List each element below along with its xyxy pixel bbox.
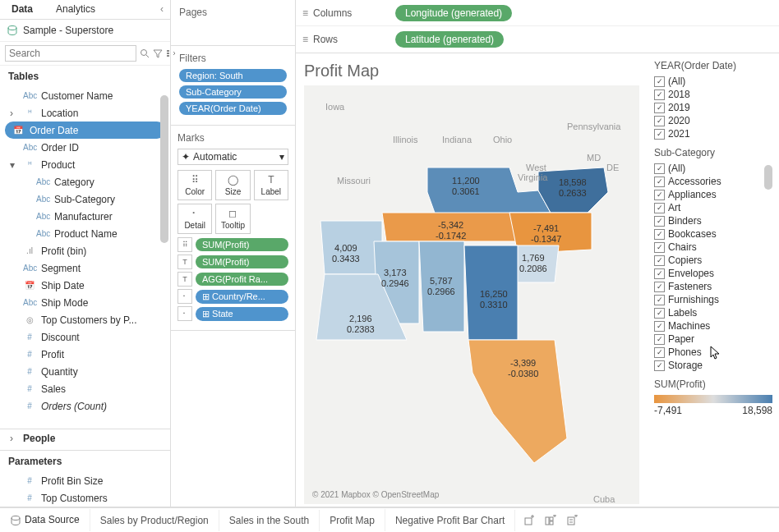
rows-pill[interactable]: Latitude (generated) [395,31,504,48]
subcat-filter-item[interactable]: ✓Binders [654,214,772,227]
mark-label-button[interactable]: TLabel [254,170,288,200]
field-item[interactable]: AbcOrder ID [0,139,170,156]
subcat-filter-item[interactable]: ✓Accessories [654,175,772,188]
year-filter-item[interactable]: ✓(All) [654,75,772,88]
checkbox-icon: ✓ [654,177,665,187]
tab-sheet[interactable]: Negative Profit Bar Chart [385,510,515,531]
mark-tooltip-button[interactable]: ◻Tooltip [215,204,250,234]
new-story-icon[interactable] [565,513,579,528]
tab-datasource[interactable]: Data Source [0,509,90,531]
year-filter-item[interactable]: ✓2018 [654,88,772,101]
datasource-icon [7,25,18,36]
new-worksheet-icon[interactable] [522,513,537,528]
svg-rect-15 [568,517,574,525]
filters-shelf[interactable]: Filters Region: SouthSub-CategoryYEAR(Or… [171,46,295,126]
field-item[interactable]: AbcSub-Category [0,190,170,208]
filter-pill[interactable]: YEAR(Order Date) [179,102,287,115]
search-input[interactable] [5,45,136,62]
field-item[interactable]: 📅Ship Date [0,277,170,294]
field-label: Profit [41,349,64,360]
subcat-filter-item[interactable]: ✓Chairs [654,241,772,254]
map-canvas[interactable]: © 2021 Mapbox © OpenStreetMap IowaIllino… [304,85,639,504]
filter-pill[interactable]: Sub-Category [179,85,287,99]
state-value-label: 1,7690.2086 [519,253,547,274]
field-item[interactable]: #Orders (Count) [0,397,170,415]
checkbox-icon: ✓ [654,229,665,240]
new-dashboard-icon[interactable] [543,513,558,528]
subcat-filter-item[interactable]: ✓Paper [654,332,772,346]
mark-detail-button[interactable]: ⠂Detail [177,204,212,234]
field-item[interactable]: #Profit [0,346,170,363]
subcat-filter-item[interactable]: ✓(All) [654,162,772,175]
year-filter-item[interactable]: ✓2020 [654,114,772,127]
year-filter-item[interactable]: ✓2019 [654,101,772,114]
collapse-icon[interactable]: ‹ [154,0,170,19]
parameter-item[interactable]: #Top Customers [0,489,170,507]
field-item[interactable]: AbcCustomer Name [0,87,170,104]
marks-type-select[interactable]: ✦Automatic ▾ [177,149,288,165]
people-header[interactable]: › People [0,429,170,447]
scrollbar[interactable] [160,95,168,243]
tooltip-icon: ◻ [218,208,247,219]
parameter-item[interactable]: #Profit Bin Size [0,472,170,489]
field-item[interactable]: #Sales [0,380,170,397]
viz-pane: ≡ Columns Longitude (generated) ≡ Rows L… [296,0,779,507]
field-item[interactable]: .ılProfit (bin) [0,242,170,259]
subcat-filter-item[interactable]: ✓Appliances [654,188,772,201]
year-filter-item[interactable]: ✓2021 [654,127,772,140]
mark-pill[interactable]: ⠿SUM(Profit) [177,237,288,252]
field-item[interactable]: AbcSegment [0,259,170,277]
field-tree: AbcCustomer Name›ᴴLocation📅Order DateAbc… [0,87,170,425]
field-item[interactable]: #Quantity [0,363,170,380]
datasource-row[interactable]: Sample - Superstore [0,20,170,42]
subcat-filter-item[interactable]: ✓Fasteners [654,280,772,293]
subcat-filter-card: Sub-Category ✓(All)✓Accessories✓Applianc… [654,147,772,372]
subcat-filter-item[interactable]: ✓Storage [654,359,772,372]
subcat-filter-item[interactable]: ✓Envelopes [654,267,772,280]
filter-icon[interactable] [153,46,163,61]
mark-size-button[interactable]: ◯Size [215,170,250,200]
tab-sheet[interactable]: Sales in the South [219,510,320,531]
mark-color-button[interactable]: ⠿Color [177,170,212,200]
field-item[interactable]: #Discount [0,328,170,346]
mark-pill[interactable]: ⠂⊞ State [177,306,288,321]
rows-shelf[interactable]: ≡ Rows Latitude (generated) [296,26,779,53]
field-item[interactable]: AbcShip Mode [0,294,170,311]
mark-pill[interactable]: TSUM(Profit) [177,255,288,269]
field-label: Order ID [41,142,79,154]
field-item[interactable]: AbcProduct Name [0,225,170,242]
field-label: Ship Mode [41,297,88,309]
subcat-filter-item[interactable]: ✓Furnishings [654,293,772,306]
tab-data[interactable]: Data [0,0,44,19]
state-value-label: 16,2500.3310 [480,289,508,310]
data-pane: Data Analytics ‹ Sample - Superstore Tab… [0,0,171,507]
field-item[interactable]: ▾ᴴProduct [0,156,170,173]
field-item[interactable]: 📅Order Date [5,122,165,139]
field-item[interactable]: AbcManufacturer [0,208,170,225]
tab-analytics[interactable]: Analytics [44,0,107,19]
subcat-filter-item[interactable]: ✓Bookcases [654,227,772,241]
columns-shelf[interactable]: ≡ Columns Longitude (generated) [296,0,779,26]
field-item[interactable]: AbcCategory [0,173,170,190]
scrollbar[interactable] [764,165,772,190]
mark-pill[interactable]: TAGG(Profit Ra... [177,272,288,287]
detail-icon: ⠂ [180,208,210,219]
state-value-label: -7,491-0.1347 [531,223,561,245]
field-item[interactable]: ◎Top Customers by P... [0,311,170,328]
search-icon[interactable] [140,46,150,61]
checkbox-icon: ✓ [654,203,665,213]
columns-pill[interactable]: Longitude (generated) [395,5,512,21]
subcat-filter-item[interactable]: ✓Copiers [654,254,772,267]
filter-pill[interactable]: Region: South [179,69,287,82]
bg-state-label: Ohio [493,135,512,144]
mark-pill[interactable]: ⠂⊞ Country/Re... [177,289,288,304]
checkbox-icon: ✓ [654,360,665,371]
subcat-filter-item[interactable]: ✓Machines [654,319,772,332]
pages-shelf[interactable]: Pages [171,0,295,46]
subcat-filter-item[interactable]: ✓Art [654,201,772,214]
checkbox-icon: ✓ [654,103,665,113]
checkbox-icon: ✓ [654,116,665,126]
tab-sheet[interactable]: Sales by Product/Region [90,510,219,531]
field-item[interactable]: ›ᴴLocation [0,104,170,122]
subcat-filter-item[interactable]: ✓Labels [654,306,772,319]
